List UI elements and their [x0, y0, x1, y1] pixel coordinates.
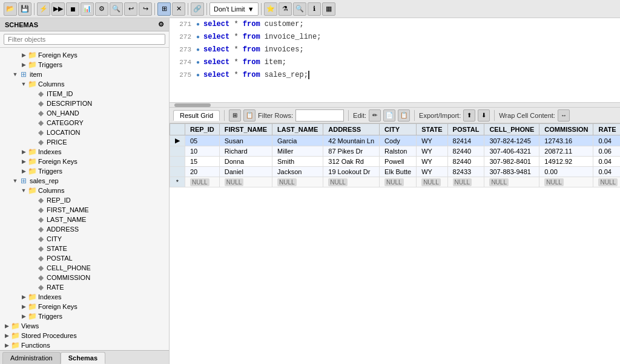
line-num-275: 275 — [174, 70, 191, 80]
sql-line-273[interactable]: 273 ● select * from invoices; — [170, 44, 620, 56]
open-btn[interactable]: 📂 — [4, 2, 17, 16]
tree-item-location[interactable]: ◆LOCATION — [0, 128, 169, 137]
tab-administration[interactable]: Administration — [2, 352, 61, 364]
tree-label-triggers-sales: Triggers — [38, 313, 62, 320]
line-dot-274: ● — [196, 57, 200, 68]
sql-editor[interactable]: 271 ● select * from customer; 272 ● sele… — [170, 18, 620, 103]
tree-icon-triggers-item: 📁 — [28, 167, 36, 175]
explain-btn[interactable]: 📊 — [81, 2, 94, 16]
format-btn[interactable]: ⚙ — [95, 2, 108, 16]
tree-item-last_name[interactable]: ◆LAST_NAME — [0, 215, 169, 224]
tree-item-functions[interactable]: ▶📁Functions — [0, 340, 169, 350]
schema-btn[interactable]: 🔗 — [191, 2, 204, 16]
sql-line-272[interactable]: 272 ● select * from invoice_line; — [170, 31, 620, 44]
tree-icon-category: ◆ — [36, 119, 45, 127]
tree-item-indexes-sales[interactable]: ▶📁Indexes — [0, 292, 169, 302]
scroll-hint — [170, 103, 620, 108]
limit-dropdown[interactable]: Don't Limit ▼ — [209, 2, 259, 16]
line-num-273: 273 — [174, 44, 191, 55]
tree-item-category[interactable]: ◆CATEGORY — [0, 118, 169, 128]
table-row[interactable]: 10 Richard Miller 87 Pikes Dr Ralston WY… — [170, 146, 621, 157]
tree-item-columns-sales[interactable]: ▼📁Columns — [0, 186, 169, 195]
tree-item-description[interactable]: ◆DESCRIPTION — [0, 99, 169, 108]
sql-code-274: select * from item; — [203, 57, 286, 68]
tree-arrow-indexes-sales: ▶ — [19, 293, 28, 301]
edit-paste-btn[interactable]: 📋 — [398, 109, 410, 122]
tree-label-city: CITY — [47, 235, 62, 242]
export-btn[interactable]: ⬆ — [463, 109, 475, 122]
tree-item-first_name[interactable]: ◆FIRST_NAME — [0, 205, 169, 215]
tree-item-foreign-keys-1[interactable]: ▶📁Foreign Keys — [0, 50, 169, 60]
tree-item-rate[interactable]: ◆RATE — [0, 282, 169, 292]
cell-fn-null: NULL — [219, 177, 272, 187]
edit-label: Edit: — [353, 112, 366, 119]
search-btn[interactable]: 🔍 — [293, 2, 306, 16]
tree-item-views[interactable]: ▶📁Views — [0, 321, 169, 331]
tree-item-on_hand[interactable]: ◆ON_HAND — [0, 108, 169, 118]
undo-btn[interactable]: ↩ — [124, 2, 137, 16]
data-table-wrap[interactable]: REP_ID FIRST_NAME LAST_NAME ADDRESS CITY… — [170, 123, 620, 364]
tree-item-rep_id[interactable]: ◆REP_ID — [0, 195, 169, 205]
tree-icon-foreign-keys-1: 📁 — [28, 51, 36, 59]
table-row[interactable]: ▶ 05 Susan Garcia 42 Mountain Ln Cody WY… — [170, 135, 621, 146]
tree-item-triggers-item[interactable]: ▶📁Triggers — [0, 166, 169, 176]
cell-rep-null: NULL — [185, 177, 220, 187]
tree-item-foreign-keys-sales[interactable]: ▶📁Foreign Keys — [0, 302, 169, 311]
tree-label-indexes-item: Indexes — [38, 148, 62, 155]
tree-item-stored-procedures[interactable]: ▶📁Stored Procedures — [0, 331, 169, 340]
tree-spacer-postal — [28, 254, 36, 262]
edit-pencil-btn[interactable]: ✏ — [369, 109, 381, 122]
table-row[interactable]: 20 Daniel Jackson 19 Lookout Dr Elk Butt… — [170, 167, 621, 177]
sql-line-275[interactable]: 275 ● select * from sales_rep; — [170, 69, 620, 82]
tree-item-postal[interactable]: ◆POSTAL — [0, 253, 169, 263]
tree-item-cell_phone[interactable]: ◆CELL_PHONE — [0, 263, 169, 273]
tree-item-city[interactable]: ◆CITY — [0, 234, 169, 244]
cell-commission-3: 0.00 — [539, 167, 593, 177]
tree-item-indexes-item[interactable]: ▶📁Indexes — [0, 147, 169, 157]
tree-item-item[interactable]: ▼⊞item — [0, 70, 169, 79]
div3 — [414, 110, 415, 121]
import-btn[interactable]: ⬇ — [478, 109, 490, 122]
tree-item-columns-item[interactable]: ▼📁Columns — [0, 79, 169, 89]
schema-action-icon[interactable]: ⚙ — [158, 21, 164, 28]
sql-line-274[interactable]: 274 ● select * from item; — [170, 56, 620, 69]
table-row[interactable]: * NULL NULL NULL NULL NULL NULL NULL NUL… — [170, 177, 621, 187]
filter-btn[interactable]: ⚗ — [279, 2, 292, 16]
find-btn[interactable]: 🔍 — [110, 2, 123, 16]
tree-item-triggers-1[interactable]: ▶📁Triggers — [0, 60, 169, 70]
stop-btn[interactable]: ⏹ — [66, 2, 79, 16]
filter-input[interactable] — [4, 34, 165, 45]
sql-line-271[interactable]: 271 ● select * from customer; — [170, 18, 620, 31]
grid-view-btn[interactable]: ⊞ — [229, 109, 241, 122]
info-btn[interactable]: ℹ — [308, 2, 321, 16]
more-btn[interactable]: ▦ — [322, 2, 335, 16]
tree-item-commission[interactable]: ◆COMMISSION — [0, 273, 169, 282]
tree-icon-functions: 📁 — [11, 341, 19, 349]
save-btn[interactable]: 💾 — [18, 2, 31, 16]
col-rep-id: REP_ID — [185, 124, 220, 135]
bookmark-btn[interactable]: ⭐ — [264, 2, 277, 16]
filter-rows-input[interactable] — [295, 109, 344, 122]
tree-item-triggers-sales[interactable]: ▶📁Triggers — [0, 311, 169, 321]
result-grid-tab[interactable]: Result Grid — [173, 110, 220, 121]
sep4 — [206, 3, 207, 15]
cell-address-3: 19 Lookout Dr — [323, 167, 380, 177]
cancel-btn[interactable]: ✕ — [172, 2, 185, 16]
table-row[interactable]: 15 Donna Smith 312 Oak Rd Powell WY 8244… — [170, 157, 621, 167]
tree-label-columns-sales: Columns — [38, 187, 64, 194]
edit-copy-btn[interactable]: 📄 — [383, 109, 395, 122]
cell-ln-null: NULL — [272, 177, 323, 187]
tree-item-foreign-keys-item[interactable]: ▶📁Foreign Keys — [0, 157, 169, 166]
wrap-btn[interactable]: ↔ — [558, 109, 570, 122]
tree-item-item_id[interactable]: ◆ITEM_ID — [0, 89, 169, 99]
grid-btn[interactable]: ⊞ — [157, 2, 171, 16]
tree-item-state[interactable]: ◆STATE — [0, 244, 169, 253]
tab-schemas[interactable]: Schemas — [61, 352, 105, 364]
tree-item-sales_rep[interactable]: ▼⊞sales_rep — [0, 176, 169, 186]
form-view-btn[interactable]: 📋 — [243, 109, 256, 122]
execute-all-btn[interactable]: ▶▶ — [51, 2, 65, 16]
execute-btn[interactable]: ⚡ — [37, 2, 50, 16]
tree-item-address[interactable]: ◆ADDRESS — [0, 224, 169, 234]
tree-item-price[interactable]: ◆PRICE — [0, 137, 169, 147]
redo-btn[interactable]: ↪ — [139, 2, 152, 16]
